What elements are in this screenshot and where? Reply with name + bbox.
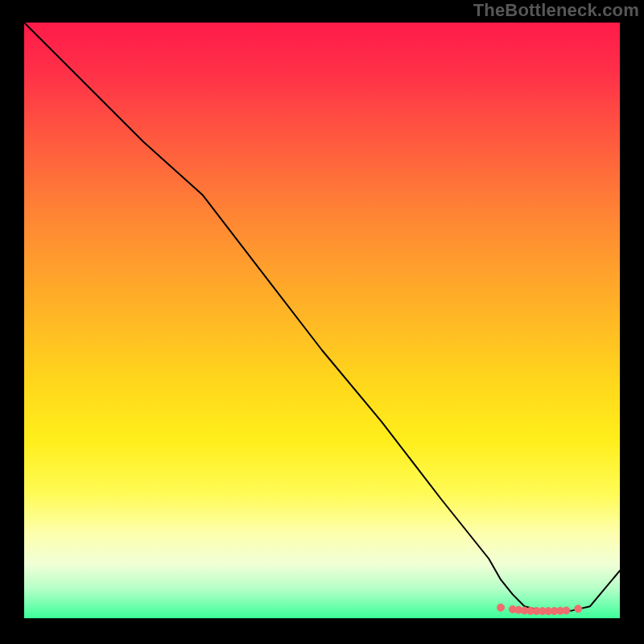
chart-frame: TheBottleneck.com: [0, 0, 644, 644]
watermark-text: TheBottleneck.com: [473, 0, 639, 21]
bottleneck-curve: [24, 23, 620, 611]
nearzero-marker: [575, 605, 582, 613]
plot-area: [24, 23, 620, 618]
nearzero-marker-group: [497, 604, 582, 614]
chart-svg: [24, 23, 620, 618]
nearzero-marker: [563, 607, 570, 614]
nearzero-marker: [497, 604, 505, 611]
